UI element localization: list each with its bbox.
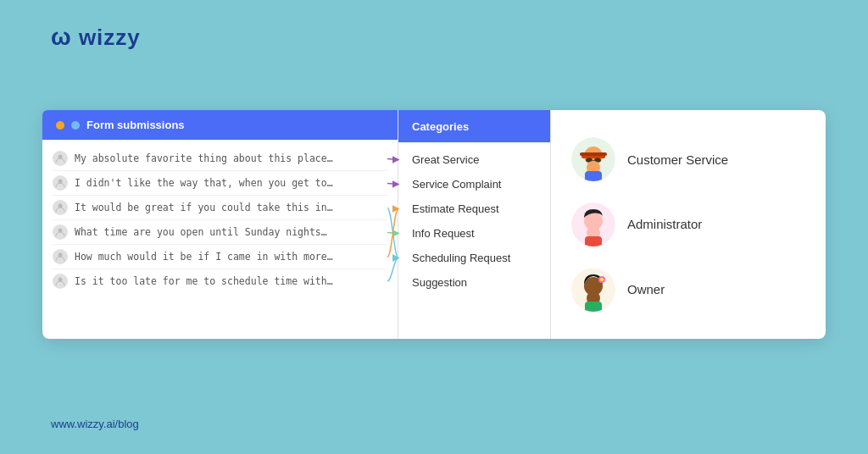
form-item-text: What time are you open until Sunday nigh… [75, 226, 327, 238]
categories-list: Great ServiceService ComplaintEstimate R… [398, 142, 550, 300]
role-item: Owner [571, 268, 805, 312]
avatar-owner [571, 268, 615, 312]
form-item-text: Is it too late for me to schedule time w… [75, 275, 333, 287]
middle-panel-header: Categories [398, 110, 550, 142]
category-item[interactable]: Great Service [398, 147, 550, 172]
svg-rect-22 [585, 236, 602, 246]
form-submissions-list: My absolute favorite thing about this pl… [42, 140, 398, 300]
category-item[interactable]: Estimate Request [398, 197, 550, 221]
form-item[interactable]: I didn't like the way that, when you get… [53, 171, 387, 196]
form-item[interactable]: It would be great if you could take this… [53, 196, 387, 220]
svg-rect-13 [580, 152, 607, 156]
form-item[interactable]: My absolute favorite thing about this pl… [53, 147, 387, 171]
form-item-text: My absolute favorite thing about this pl… [75, 152, 333, 164]
form-item-icon [53, 224, 68, 240]
form-item-icon [53, 200, 68, 215]
role-item: Administrator [571, 202, 805, 246]
role-label: Administrator [627, 217, 702, 231]
left-panel: Form submissions My absolute favorite th… [42, 110, 398, 339]
form-item-icon [53, 274, 68, 289]
logo: ω wizzy [51, 24, 141, 51]
form-item-icon [53, 249, 68, 264]
category-item[interactable]: Service Complaint [398, 172, 550, 197]
role-item: Customer Service [571, 137, 805, 181]
svg-rect-28 [585, 302, 602, 312]
svg-rect-16 [592, 160, 595, 161]
form-item-text: How much would it be if I came in with m… [75, 251, 333, 263]
middle-panel-title: Categories [412, 120, 469, 133]
form-item-icon [53, 175, 68, 191]
middle-panel: Categories Great ServiceService Complain… [398, 110, 551, 339]
form-item-icon [53, 151, 68, 166]
form-item-text: I didn't like the way that, when you get… [75, 177, 333, 189]
svg-point-26 [600, 278, 604, 281]
category-item[interactable]: Scheduling Request [398, 246, 550, 270]
svg-rect-18 [585, 171, 602, 181]
form-item[interactable]: What time are you open until Sunday nigh… [53, 220, 387, 245]
category-item[interactable]: Suggestion [398, 270, 550, 295]
avatar-customer-service [571, 137, 615, 181]
dot-orange [56, 121, 64, 130]
logo-w-icon: ω [51, 24, 72, 50]
right-panel: Customer Service Administrator Owner [551, 110, 826, 339]
left-panel-header: Form submissions [42, 110, 398, 140]
form-item-text: It would be great if you could take this… [75, 202, 333, 213]
main-container: Form submissions My absolute favorite th… [42, 110, 826, 339]
category-item[interactable]: Info Request [398, 221, 550, 246]
form-item[interactable]: Is it too late for me to schedule time w… [53, 269, 387, 293]
role-label: Customer Service [627, 152, 728, 167]
avatar-administrator [571, 202, 615, 246]
left-panel-title: Form submissions [86, 119, 185, 131]
form-item[interactable]: How much would it be if I came in with m… [53, 245, 387, 269]
footer-url: www.wizzy.ai/blog [51, 418, 139, 430]
dot-blue [71, 121, 80, 130]
role-label: Owner [627, 282, 665, 296]
